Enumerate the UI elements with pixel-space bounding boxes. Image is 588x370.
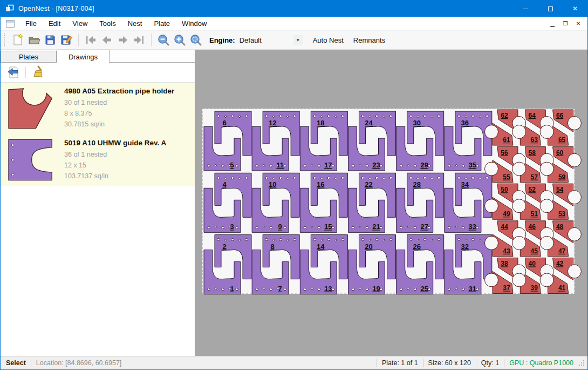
menu-edit[interactable]: Edit <box>43 17 66 30</box>
window-title: OpenNest - [N0317-004] <box>18 5 94 12</box>
part-cutout-circle <box>512 162 526 176</box>
engine-label: Engine: <box>209 36 235 44</box>
toolbar-grip[interactable] <box>4 33 6 46</box>
part-number-label: 40 <box>529 260 536 267</box>
minimize-icon <box>523 9 528 9</box>
part-number-label: 37 <box>503 284 510 292</box>
part-number-label: 12 <box>269 119 276 127</box>
menu-view[interactable]: View <box>66 17 93 30</box>
part-number-label: 41 <box>558 284 566 292</box>
part-number-label: 61 <box>503 136 510 144</box>
nest-plate-view[interactable]: 6512111817242330293635431091615222128273… <box>195 50 588 357</box>
toolbar-separator <box>25 66 26 78</box>
sidebar-tabs: Plates Drawings <box>1 50 195 63</box>
drawings-toolbar <box>1 63 195 83</box>
part-number-label: 3 <box>230 223 234 231</box>
part-number-label: 49 <box>503 210 510 218</box>
status-separator <box>377 359 377 367</box>
engine-select[interactable]: Default <box>240 36 293 44</box>
minimize-button[interactable] <box>513 1 538 17</box>
app-window: OpenNest - [N0317-004] ✕ File Edit View … <box>0 0 588 370</box>
open-button[interactable] <box>26 32 42 48</box>
part-number-label: 30 <box>413 119 420 127</box>
zoom-in-button[interactable] <box>172 32 188 48</box>
part-number-label: 27 <box>420 223 428 231</box>
part-number-label: 10 <box>269 180 276 189</box>
document-icon[interactable] <box>6 20 15 28</box>
part-number-label: 16 <box>317 180 324 189</box>
clear-nest-button[interactable] <box>29 64 46 80</box>
nav-last-button[interactable] <box>131 32 147 48</box>
part-cutout-circle <box>485 162 498 176</box>
menu-file[interactable]: File <box>19 17 43 30</box>
save-button[interactable] <box>42 32 58 48</box>
save-icon <box>44 33 57 46</box>
part-number-label: 65 <box>558 136 566 144</box>
last-plate-icon <box>133 33 146 46</box>
drawing-item-uhmw-guide[interactable]: 5019 A10 UHMW guide Rev. A 36 of 1 neste… <box>1 134 195 186</box>
menu-window[interactable]: Window <box>176 17 213 30</box>
engine-dropdown-button[interactable]: ▼ <box>293 35 303 45</box>
mdi-close-button[interactable]: ✕ <box>572 19 584 29</box>
part-cutout-circle <box>540 236 553 250</box>
part-number-label: 55 <box>503 173 510 181</box>
part-cutout-circle <box>485 273 498 287</box>
part-cutout-circle <box>568 117 581 130</box>
part-number-label: 17 <box>324 161 332 169</box>
status-separator <box>31 359 31 367</box>
close-icon: ✕ <box>572 5 578 12</box>
auto-nest-button[interactable]: Auto Nest <box>308 33 348 47</box>
maximize-button[interactable] <box>538 1 563 17</box>
part-number-label: 7 <box>278 285 282 293</box>
menu-nest[interactable]: Nest <box>122 17 148 30</box>
part-number-label: 39 <box>531 284 538 292</box>
status-gpu: GPU : Quadro P1000 <box>509 359 573 367</box>
part-number-label: 62 <box>501 112 508 119</box>
status-bar: Select Location: [84.8696, 60.6957] Plat… <box>1 356 587 369</box>
new-document-icon <box>11 33 24 46</box>
part-number-label: 9 <box>278 223 282 231</box>
part-number-label: 60 <box>556 149 564 157</box>
part-number-label: 25 <box>420 285 428 293</box>
save-as-button[interactable] <box>58 32 74 48</box>
part-number-label: 35 <box>469 161 476 169</box>
part-number-label: 20 <box>365 243 372 251</box>
tab-plates[interactable]: Plates <box>1 51 57 62</box>
part-number-label: 32 <box>461 243 469 251</box>
part-number-label: 66 <box>556 112 564 119</box>
resize-grip[interactable] <box>578 359 585 367</box>
nav-next-button[interactable] <box>115 32 131 48</box>
part-number-label: 54 <box>556 186 564 193</box>
part-number-label: 51 <box>531 210 538 218</box>
menu-plate[interactable]: Plate <box>148 17 176 30</box>
mdi-minimize-button[interactable]: ▁ <box>546 19 558 29</box>
return-part-button[interactable] <box>5 64 22 80</box>
status-plate: Plate: 1 of 1 <box>382 359 418 367</box>
part-number-label: 33 <box>469 223 476 231</box>
close-button[interactable]: ✕ <box>563 1 587 17</box>
part-number-label: 4 <box>222 180 227 189</box>
zoom-fit-button[interactable] <box>188 32 204 48</box>
zoom-out-icon <box>157 33 170 46</box>
mdi-restore-button[interactable]: ❐ <box>559 19 571 29</box>
menu-tools[interactable]: Tools <box>93 17 121 30</box>
part-number-label: 24 <box>365 119 373 127</box>
status-mode: Select <box>3 359 26 367</box>
drawing-title: 4980 A05 Extraction pipe holder <box>64 87 174 95</box>
zoom-out-button[interactable] <box>155 32 172 48</box>
maximize-icon <box>548 6 553 11</box>
nav-previous-button[interactable] <box>99 32 115 48</box>
sidebar: Plates Drawings <box>1 50 195 356</box>
tab-drawings[interactable]: Drawings <box>57 50 110 63</box>
part-number-label: 19 <box>372 285 380 293</box>
nest-canvas-area[interactable]: 6512111817242330293635431091615222128273… <box>195 50 587 356</box>
part-number-label: 15 <box>324 223 332 231</box>
remnants-button[interactable]: Remnants <box>348 33 390 47</box>
open-folder-icon <box>28 33 40 46</box>
part-number-label: 44 <box>501 223 508 231</box>
new-button[interactable] <box>10 32 26 48</box>
broom-icon <box>31 65 45 79</box>
drawing-item-extraction-pipe-holder[interactable]: 4980 A05 Extraction pipe holder 30 of 1 … <box>1 83 195 134</box>
part-number-label: 5 <box>230 161 234 169</box>
nav-first-button[interactable] <box>83 32 99 48</box>
